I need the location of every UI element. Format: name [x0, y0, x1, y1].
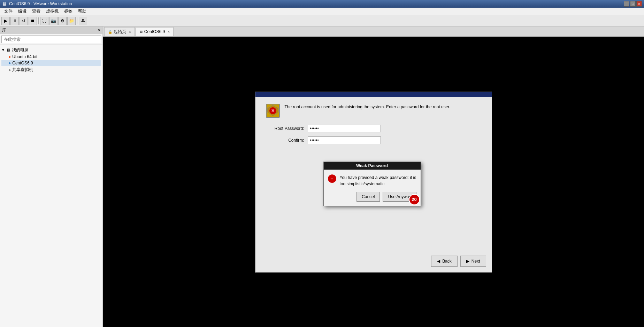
- install-header: ✕ The root account is used for administe…: [266, 104, 481, 118]
- menu-tabs[interactable]: 标签: [61, 8, 75, 15]
- shield-icon: ✕: [266, 104, 280, 118]
- tab-centos-close[interactable]: ×: [168, 30, 170, 34]
- root-password-row: Root Password:: [266, 125, 481, 132]
- right-panel: 🔒 起始页 × 🖥 CentOS6.9 ×: [103, 26, 644, 327]
- error-icon: –: [328, 174, 336, 183]
- confirm-label: Confirm:: [266, 138, 304, 143]
- separator-1: [38, 17, 39, 24]
- sidebar-title: 库: [2, 27, 6, 33]
- maximize-button[interactable]: □: [630, 1, 636, 7]
- toolbar-restart[interactable]: ↺: [20, 17, 28, 25]
- vm-screen: ✕ The root account is used for administe…: [255, 92, 492, 273]
- back-button[interactable]: ◀ Back: [431, 256, 458, 267]
- tab-start-label: 起始页: [114, 29, 126, 35]
- menu-bar: 文件 编辑 查看 虚拟机 标签 帮助: [0, 8, 644, 15]
- progress-bar: [255, 92, 492, 97]
- confirm-password-input[interactable]: [308, 137, 381, 144]
- dialog-buttons: Cancel Use Anyway 20: [324, 192, 421, 206]
- close-button[interactable]: ✕: [636, 1, 642, 7]
- tree-item-ubuntu[interactable]: ● Ubuntu 64-bit: [1, 54, 101, 60]
- search-input[interactable]: [1, 36, 101, 43]
- main-area: 库 × ▼ 🖥 我的电脑 ● Ubuntu 64-bit ● CentOS6.9…: [0, 26, 644, 327]
- window-title: CentOS6.9 - VMware Workstation: [9, 1, 624, 6]
- root-password-input[interactable]: [308, 125, 381, 132]
- centos-label: CentOS6.9: [12, 61, 33, 65]
- tree-root-mycomputer[interactable]: ▼ 🖥 我的电脑: [1, 46, 101, 54]
- toolbar-power-on[interactable]: ▶: [1, 17, 10, 25]
- sidebar-close-button[interactable]: ×: [98, 28, 100, 33]
- tab-start-close[interactable]: ×: [129, 30, 131, 34]
- weak-password-dialog: Weak Password – You have provided a weak…: [323, 162, 421, 206]
- install-description: The root account is used for administeri…: [285, 104, 451, 110]
- toolbar-folder[interactable]: 📁: [67, 17, 76, 25]
- tree-root-label: 我的电脑: [12, 47, 29, 53]
- tree-item-shared[interactable]: ● 共享虚拟机: [1, 66, 101, 73]
- window-controls: ─ □ ✕: [624, 1, 642, 7]
- title-bar: 🖥 CentOS6.9 - VMware Workstation ─ □ ✕: [0, 0, 644, 8]
- dialog-body: – You have provided a weak password: it …: [324, 170, 421, 192]
- toolbar-snapshot[interactable]: 📷: [49, 17, 58, 25]
- back-arrow-icon: ◀: [437, 259, 440, 264]
- tree-arrow: ▼: [1, 48, 5, 52]
- tree-item-centos[interactable]: ● CentOS6.9: [1, 60, 101, 66]
- toolbar-pause[interactable]: ⏸: [10, 17, 19, 25]
- centos-vm-icon: ●: [8, 61, 11, 65]
- ubuntu-vm-icon: ●: [8, 54, 11, 59]
- minimize-button[interactable]: ─: [624, 1, 629, 7]
- dialog-message: You have provided a weak password: it is…: [340, 174, 416, 187]
- countdown-badge: 20: [409, 194, 420, 205]
- tab-centos[interactable]: 🖥 CentOS6.9 ×: [136, 27, 174, 36]
- cancel-button[interactable]: Cancel: [356, 192, 380, 202]
- next-button[interactable]: ▶ Next: [460, 256, 486, 267]
- tab-start-page[interactable]: 🔒 起始页 ×: [104, 27, 135, 36]
- shared-vm-icon: ●: [8, 68, 11, 72]
- tab-centos-label: CentOS6.9: [144, 29, 165, 34]
- dialog-title: Weak Password: [324, 162, 421, 170]
- toolbar: ▶ ⏸ ↺ ⏹ ⛶ 📷 ⚙ 📁 🖧: [0, 15, 644, 26]
- computer-icon: 🖥: [6, 48, 10, 53]
- shared-label: 共享虚拟机: [12, 67, 33, 73]
- menu-view[interactable]: 查看: [29, 8, 43, 15]
- ubuntu-label: Ubuntu 64-bit: [12, 54, 37, 59]
- app-icon: 🖥: [2, 1, 7, 7]
- sidebar-search-area: [0, 34, 102, 45]
- centos-tab-icon: 🖥: [139, 30, 143, 34]
- confirm-password-row: Confirm:: [266, 137, 481, 144]
- toolbar-network[interactable]: 🖧: [79, 17, 87, 25]
- svg-text:✕: ✕: [271, 108, 275, 113]
- root-password-label: Root Password:: [266, 126, 304, 131]
- sidebar-tree: ▼ 🖥 我的电脑 ● Ubuntu 64-bit ● CentOS6.9 ● 共…: [0, 45, 102, 75]
- next-arrow-icon: ▶: [466, 259, 469, 264]
- toolbar-stop[interactable]: ⏹: [29, 17, 37, 25]
- nav-buttons: ◀ Back ▶ Next: [431, 256, 486, 267]
- separator-2: [77, 17, 77, 24]
- install-content: ✕ The root account is used for administe…: [255, 97, 492, 155]
- menu-edit[interactable]: 编辑: [15, 8, 29, 15]
- toolbar-fullscreen[interactable]: ⛶: [40, 17, 48, 25]
- tab-bar: 🔒 起始页 × 🖥 CentOS6.9 ×: [103, 26, 644, 37]
- menu-vm[interactable]: 虚拟机: [43, 8, 61, 15]
- vm-content-area: ✕ The root account is used for administe…: [103, 37, 644, 327]
- menu-help[interactable]: 帮助: [75, 8, 89, 15]
- home-icon: 🔒: [108, 30, 112, 34]
- sidebar: 库 × ▼ 🖥 我的电脑 ● Ubuntu 64-bit ● CentOS6.9…: [0, 26, 103, 327]
- toolbar-settings[interactable]: ⚙: [58, 17, 67, 25]
- menu-file[interactable]: 文件: [1, 8, 15, 15]
- sidebar-header: 库 ×: [0, 26, 102, 34]
